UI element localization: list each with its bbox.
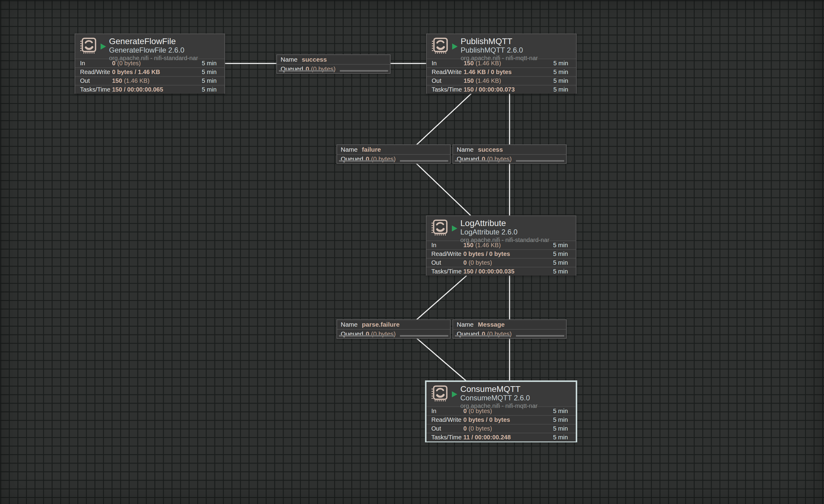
stat-window: 5 min xyxy=(553,424,568,433)
stat-value: 0 bytes / 1.46 KB xyxy=(112,68,202,76)
processor-header: PublishMQTT PublishMQTT 2.6.0 org.apache… xyxy=(427,34,576,59)
stat-label: In xyxy=(432,59,463,67)
processor-icon xyxy=(431,37,449,56)
stat-label: In xyxy=(431,241,463,249)
processor-name: GenerateFlowFile xyxy=(109,36,198,46)
stat-label: In xyxy=(431,407,463,415)
processor-bundle: org.apache.nifi - nifi-mqtt-nar xyxy=(460,55,538,62)
stat-row-tasks: Tasks/Time 150 / 00:00:00.035 5 min xyxy=(426,267,576,276)
stat-window: 5 min xyxy=(553,86,568,94)
processor-node-logattribute[interactable]: LogAttribute LogAttribute 2.6.0 org.apac… xyxy=(426,215,576,276)
processor-bundle: org.apache.nifi - nifi-standard-nar xyxy=(460,236,549,243)
stat-row-readwrite: Read/Write 0 bytes / 1.46 KB 5 min xyxy=(75,67,224,76)
connection-queued-row: Queued0(0 bytes) xyxy=(453,329,566,338)
nifi-flow-canvas[interactable]: Namesuccess Queued0(0 bytes) Namefailure… xyxy=(0,0,824,504)
processor-name: PublishMQTT xyxy=(460,36,538,46)
stat-label: Out xyxy=(432,77,463,85)
processor-type: PublishMQTT 2.6.0 xyxy=(460,46,538,55)
stat-label: Tasks/Time xyxy=(432,86,463,94)
stat-row-readwrite: Read/Write 0 bytes / 0 bytes 5 min xyxy=(426,249,576,258)
connection-queued-row: Queued0(0 bytes) xyxy=(337,154,450,163)
stat-window: 5 min xyxy=(553,268,568,276)
processor-icon xyxy=(430,385,449,404)
stat-window: 5 min xyxy=(553,241,568,249)
stat-row-out: Out 150(1.46 KB) 5 min xyxy=(75,76,224,85)
stat-value: 150(1.46 KB) xyxy=(463,77,553,85)
connection-queued-row: Queued0(0 bytes) xyxy=(277,64,390,73)
connection-label[interactable]: NameMessage Queued0(0 bytes) xyxy=(452,319,566,339)
stat-value: 150(1.46 KB) xyxy=(112,77,202,85)
queue-count-bar xyxy=(279,70,334,72)
connection-label[interactable]: Namesuccess Queued0(0 bytes) xyxy=(452,144,566,164)
run-status-icon xyxy=(452,43,457,49)
run-status-icon xyxy=(452,391,457,397)
stat-window: 5 min xyxy=(553,77,568,85)
stat-value: 150 / 00:00:00.035 xyxy=(463,268,553,276)
processor-node-publishmqtt[interactable]: PublishMQTT PublishMQTT 2.6.0 org.apache… xyxy=(426,33,577,94)
stat-value: 0(0 bytes) xyxy=(463,259,553,267)
name-key: Name xyxy=(457,146,474,153)
stat-window: 5 min xyxy=(202,68,217,76)
stat-window: 5 min xyxy=(553,250,568,258)
processor-bundle: org.apache.nifi - nifi-mqtt-nar xyxy=(460,402,538,409)
connection-name: success xyxy=(478,146,503,153)
processor-titles: ConsumeMQTT ConsumeMQTT 2.6.0 org.apache… xyxy=(460,384,538,409)
connection-name: failure xyxy=(362,146,381,153)
stat-label: Out xyxy=(80,77,112,85)
stat-window: 5 min xyxy=(202,86,217,94)
connection-name-row: Nameparse.failure xyxy=(337,320,450,329)
stat-label: Read/Write xyxy=(431,250,463,258)
processor-header: LogAttribute LogAttribute 2.6.0 org.apac… xyxy=(426,216,576,240)
stat-window: 5 min xyxy=(553,407,568,415)
stat-window: 5 min xyxy=(553,68,568,76)
queue-size-bar xyxy=(400,335,448,336)
connection-name: parse.failure xyxy=(362,321,400,328)
processor-titles: PublishMQTT PublishMQTT 2.6.0 org.apache… xyxy=(460,36,538,62)
processor-icon xyxy=(430,219,449,238)
processor-header: ConsumeMQTT ConsumeMQTT 2.6.0 org.apache… xyxy=(426,382,576,406)
stat-label: Tasks/Time xyxy=(431,433,463,441)
connection-queued-row: Queued0(0 bytes) xyxy=(337,329,450,338)
stat-row-tasks: Tasks/Time 150 / 00:00:00.073 5 min xyxy=(427,85,576,94)
name-key: Name xyxy=(341,146,357,153)
stat-label: In xyxy=(80,59,112,67)
queue-size-bar xyxy=(516,335,564,336)
processor-icon xyxy=(79,37,98,56)
stat-row-out: Out 0(0 bytes) 5 min xyxy=(426,424,576,433)
processor-node-generateflowfile[interactable]: GenerateFlowFile GenerateFlowFile 2.6.0 … xyxy=(75,33,225,94)
processor-type: ConsumeMQTT 2.6.0 xyxy=(460,394,538,402)
stat-value: 0 bytes / 0 bytes xyxy=(463,250,553,258)
stat-value: 150 / 00:00:00.073 xyxy=(463,86,553,94)
processor-type: GenerateFlowFile 2.6.0 xyxy=(109,46,198,55)
processor-bundle: org.apache.nifi - nifi-standard-nar xyxy=(109,55,198,62)
stat-row-tasks: Tasks/Time 150 / 00:00:00.065 5 min xyxy=(75,85,224,94)
processor-name: ConsumeMQTT xyxy=(460,384,538,394)
stat-value: 150 / 00:00:00.065 xyxy=(112,86,202,94)
processor-titles: GenerateFlowFile GenerateFlowFile 2.6.0 … xyxy=(109,36,198,62)
stat-value: 11 / 00:00:00.248 xyxy=(463,433,553,441)
queue-size-bar xyxy=(340,70,388,72)
processor-type: LogAttribute 2.6.0 xyxy=(460,228,549,236)
queue-size-bar xyxy=(400,160,448,162)
stat-label: Tasks/Time xyxy=(431,268,463,276)
stat-window: 5 min xyxy=(202,59,217,67)
connection-label[interactable]: Namesuccess Queued0(0 bytes) xyxy=(276,55,391,74)
stat-value: 1.46 KB / 0 bytes xyxy=(463,68,553,76)
stat-window: 5 min xyxy=(553,259,568,267)
processor-node-consumemqtt[interactable]: ConsumeMQTT ConsumeMQTT 2.6.0 org.apache… xyxy=(426,381,576,441)
queue-count-bar xyxy=(455,160,510,162)
stat-label: Read/Write xyxy=(432,68,463,76)
processor-header: GenerateFlowFile GenerateFlowFile 2.6.0 … xyxy=(75,34,224,59)
connection-name-row: Namefailure xyxy=(337,145,450,154)
run-status-icon xyxy=(101,43,106,49)
queue-count-bar xyxy=(339,335,394,336)
stat-row-readwrite: Read/Write 1.46 KB / 0 bytes 5 min xyxy=(427,67,576,76)
stat-value: 0(0 bytes) xyxy=(463,424,553,433)
stat-label: Read/Write xyxy=(80,68,112,76)
connection-label[interactable]: Namefailure Queued0(0 bytes) xyxy=(336,144,451,164)
queue-count-bar xyxy=(455,335,510,336)
connection-name-row: Namesuccess xyxy=(453,145,566,154)
connection-label[interactable]: Nameparse.failure Queued0(0 bytes) xyxy=(336,319,451,339)
name-key: Name xyxy=(281,56,298,63)
connection-name: success xyxy=(302,56,327,63)
